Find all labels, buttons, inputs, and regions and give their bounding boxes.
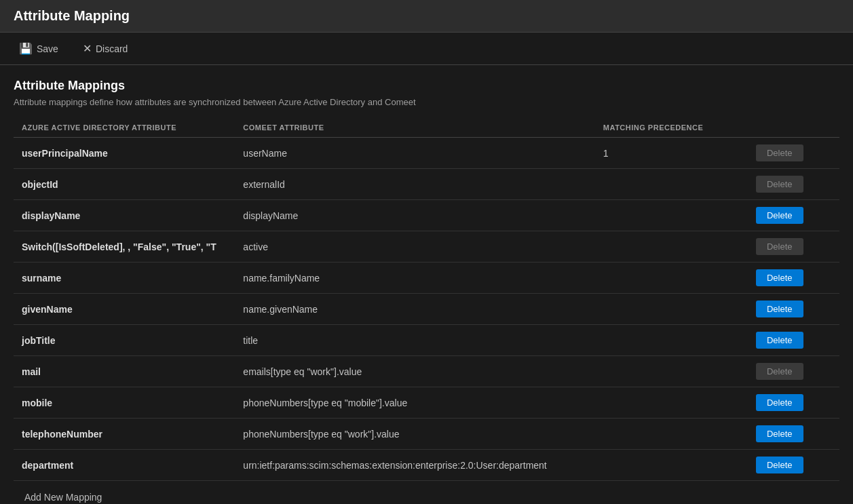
- matching-precedence: [595, 387, 748, 419]
- table-row: displayNamedisplayNameDelete: [14, 200, 839, 231]
- page-title: Attribute Mapping: [14, 8, 839, 24]
- delete-button[interactable]: Delete: [756, 332, 803, 349]
- aad-attribute: mail: [14, 356, 235, 387]
- table-row: givenNamename.givenNameDelete: [14, 294, 839, 325]
- mapping-table: AZURE ACTIVE DIRECTORY ATTRIBUTE COMEET …: [14, 118, 839, 481]
- delete-button: Delete: [756, 176, 803, 193]
- aad-attribute: department: [14, 450, 235, 481]
- col-header-comeet: COMEET ATTRIBUTE: [235, 118, 595, 138]
- aad-attribute: Switch([IsSoftDeleted], , "False", "True…: [14, 231, 235, 263]
- delete-cell: Delete: [748, 450, 839, 481]
- delete-button[interactable]: Delete: [756, 425, 803, 442]
- delete-button: Delete: [756, 238, 803, 255]
- table-row: userPrincipalNameuserName1Delete: [14, 138, 839, 169]
- delete-cell: Delete: [748, 231, 839, 263]
- comeet-attribute: userName: [235, 138, 595, 169]
- aad-attribute: surname: [14, 263, 235, 294]
- delete-cell: Delete: [748, 419, 839, 450]
- comeet-attribute: title: [235, 325, 595, 356]
- table-header-row: AZURE ACTIVE DIRECTORY ATTRIBUTE COMEET …: [14, 118, 839, 138]
- delete-button[interactable]: Delete: [756, 394, 803, 411]
- delete-button[interactable]: Delete: [756, 207, 803, 224]
- save-label: Save: [37, 43, 58, 54]
- table-row: mailemails[type eq "work"].valueDelete: [14, 356, 839, 387]
- section-description: Attribute mappings define how attributes…: [14, 97, 839, 107]
- title-bar: Attribute Mapping: [0, 0, 853, 33]
- matching-precedence: [595, 169, 748, 200]
- table-row: objectIdexternalIdDelete: [14, 169, 839, 200]
- content: Attribute Mappings Attribute mappings de…: [0, 65, 853, 504]
- discard-label: Discard: [96, 43, 128, 54]
- delete-cell: Delete: [748, 138, 839, 169]
- comeet-attribute: name.givenName: [235, 294, 595, 325]
- delete-button[interactable]: Delete: [756, 269, 803, 286]
- delete-cell: Delete: [748, 294, 839, 325]
- matching-precedence: [595, 231, 748, 263]
- delete-button: Delete: [756, 363, 803, 380]
- delete-cell: Delete: [748, 356, 839, 387]
- matching-precedence: [595, 356, 748, 387]
- save-button[interactable]: 💾 Save: [14, 39, 64, 58]
- delete-cell: Delete: [748, 200, 839, 231]
- comeet-attribute: displayName: [235, 200, 595, 231]
- aad-attribute: telephoneNumber: [14, 419, 235, 450]
- matching-precedence: [595, 263, 748, 294]
- aad-attribute: userPrincipalName: [14, 138, 235, 169]
- delete-button: Delete: [756, 144, 803, 161]
- toolbar: 💾 Save ✕ Discard: [0, 33, 853, 65]
- col-header-precedence: MATCHING PRECEDENCE: [595, 118, 748, 138]
- comeet-attribute: phoneNumbers[type eq "mobile"].value: [235, 387, 595, 419]
- delete-cell: Delete: [748, 325, 839, 356]
- table-row: jobTitletitleDelete: [14, 325, 839, 356]
- add-new-mapping-button[interactable]: Add New Mapping: [22, 489, 105, 504]
- matching-precedence: [595, 294, 748, 325]
- matching-precedence: [595, 450, 748, 481]
- table-row: departmenturn:ietf:params:scim:schemas:e…: [14, 450, 839, 481]
- table-row: mobilephoneNumbers[type eq "mobile"].val…: [14, 387, 839, 419]
- aad-attribute: displayName: [14, 200, 235, 231]
- matching-precedence: 1: [595, 138, 748, 169]
- comeet-attribute: active: [235, 231, 595, 263]
- table-row: Switch([IsSoftDeleted], , "False", "True…: [14, 231, 839, 263]
- table-row: surnamename.familyNameDelete: [14, 263, 839, 294]
- col-header-action: [748, 118, 839, 138]
- table-row: telephoneNumberphoneNumbers[type eq "wor…: [14, 419, 839, 450]
- section-title: Attribute Mappings: [14, 79, 839, 93]
- delete-cell: Delete: [748, 263, 839, 294]
- comeet-attribute: phoneNumbers[type eq "work"].value: [235, 419, 595, 450]
- delete-cell: Delete: [748, 387, 839, 419]
- aad-attribute: jobTitle: [14, 325, 235, 356]
- save-icon: 💾: [19, 42, 33, 55]
- delete-button[interactable]: Delete: [756, 301, 803, 317]
- comeet-attribute: name.familyName: [235, 263, 595, 294]
- matching-precedence: [595, 325, 748, 356]
- discard-button[interactable]: ✕ Discard: [77, 39, 133, 58]
- matching-precedence: [595, 200, 748, 231]
- comeet-attribute: urn:ietf:params:scim:schemas:extension:e…: [235, 450, 595, 481]
- aad-attribute: mobile: [14, 387, 235, 419]
- delete-button[interactable]: Delete: [756, 457, 803, 473]
- col-header-aad: AZURE ACTIVE DIRECTORY ATTRIBUTE: [14, 118, 235, 138]
- aad-attribute: objectId: [14, 169, 235, 200]
- add-new-mapping-label: Add New Mapping: [24, 492, 102, 503]
- add-new-row: Add New Mapping: [14, 481, 839, 504]
- comeet-attribute: externalId: [235, 169, 595, 200]
- matching-precedence: [595, 419, 748, 450]
- comeet-attribute: emails[type eq "work"].value: [235, 356, 595, 387]
- delete-cell: Delete: [748, 169, 839, 200]
- aad-attribute: givenName: [14, 294, 235, 325]
- discard-icon: ✕: [83, 42, 92, 55]
